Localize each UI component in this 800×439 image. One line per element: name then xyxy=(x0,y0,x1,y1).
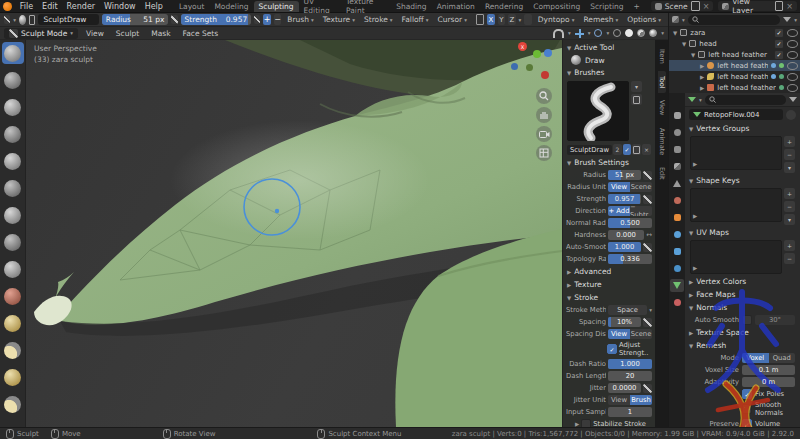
menu-file[interactable]: File xyxy=(16,2,37,11)
brush-menu[interactable]: Brush▾ xyxy=(284,15,316,24)
add-shape-key-button[interactable]: + xyxy=(784,188,795,199)
axis-negy-gizmo[interactable] xyxy=(526,64,533,71)
normal-radius-field[interactable]: 0.500 xyxy=(608,218,652,228)
collection-checkbox[interactable]: ✓ xyxy=(774,39,784,49)
face-maps-header[interactable]: ▶Face Maps xyxy=(685,288,800,301)
dash-ratio-field[interactable]: 1.000 xyxy=(608,359,652,369)
radius-field[interactable]: 51 px xyxy=(608,170,641,180)
menu-edit[interactable]: Edit xyxy=(38,2,62,11)
tab-scene[interactable] xyxy=(670,177,684,190)
workspace-add-button[interactable]: + xyxy=(629,1,645,12)
shading-solid-icon[interactable] xyxy=(625,29,633,37)
vertex-groups-list[interactable]: ▶ xyxy=(690,136,782,170)
brush-preview-image[interactable] xyxy=(567,81,629,141)
menu-window[interactable]: Window xyxy=(100,2,140,11)
smooth-normals-checkbox[interactable] xyxy=(742,404,752,414)
shading-wireframe-icon[interactable] xyxy=(613,29,621,37)
mesh-datablock-field[interactable]: RetopoFlow.004 xyxy=(689,109,783,120)
new-scene-icon[interactable] xyxy=(691,1,700,11)
outliner-row-feather-collection[interactable]: ▼ left head feather ✓ xyxy=(669,49,800,60)
outliner-type-icon[interactable] xyxy=(672,16,679,23)
strength-slider[interactable]: Strength 0.957 xyxy=(181,14,252,25)
properties-search-input[interactable] xyxy=(705,95,786,105)
outliner-row-feather-hook[interactable]: ▶ left head feather hook xyxy=(669,82,800,93)
axis-z-gizmo[interactable] xyxy=(544,49,552,57)
stroke-header[interactable]: ▼Stroke xyxy=(563,291,655,304)
gizmo-icon[interactable] xyxy=(575,29,584,38)
curve-data-icon[interactable] xyxy=(779,74,784,79)
falloff-menu[interactable]: Falloff▾ xyxy=(399,15,432,24)
tab-object[interactable] xyxy=(670,211,684,224)
tool-clay-strips-button[interactable] xyxy=(2,123,24,145)
voxel-size-field[interactable]: 0.1 m xyxy=(742,365,795,375)
normals-header[interactable]: ▼Normals xyxy=(685,301,800,314)
uv-maps-header[interactable]: ▼UV Maps xyxy=(685,226,800,239)
tab-item[interactable]: Item xyxy=(658,44,666,69)
remove-shape-key-button[interactable]: − xyxy=(784,201,795,212)
texture-header[interactable]: ▶Texture xyxy=(563,278,655,291)
strength-pressure-icon[interactable] xyxy=(254,15,260,24)
scene-selector[interactable]: Scene × xyxy=(651,1,714,11)
adjust-strength-checkbox[interactable]: ✓ xyxy=(607,344,617,354)
vertex-colors-header[interactable]: ▶Vertex Colors xyxy=(685,275,800,288)
stroke-method-dropdown[interactable]: Space xyxy=(608,305,647,315)
hide-icon[interactable] xyxy=(787,29,798,37)
brush-icon-toggle[interactable] xyxy=(631,94,642,105)
tool-fill-button[interactable] xyxy=(2,312,24,334)
collection-checkbox[interactable]: ✓ xyxy=(774,28,784,38)
modifier-icon[interactable] xyxy=(771,63,776,68)
tool-inflate-button[interactable] xyxy=(2,177,24,199)
menu-help[interactable]: Help xyxy=(141,2,167,11)
spacing-field[interactable]: 10% xyxy=(608,317,641,327)
active-tool-row[interactable]: Draw xyxy=(563,54,655,66)
dash-length-field[interactable]: 20 xyxy=(608,371,652,381)
radius-pressure-icon[interactable] xyxy=(171,15,177,24)
viewport-canvas[interactable]: User Perspective (33) zara sculpt X xyxy=(0,40,668,427)
overlays-icon[interactable] xyxy=(594,29,602,37)
axis-x-gizmo[interactable]: X xyxy=(518,42,527,51)
duplicate-brush-icon[interactable] xyxy=(632,144,641,155)
strength-field[interactable]: 0.957 xyxy=(608,194,641,204)
shape-keys-list[interactable]: ▶ xyxy=(690,188,782,222)
mode-selector[interactable]: Sculpt Mode ▾ xyxy=(4,28,78,39)
tab-edit[interactable]: Edit xyxy=(658,162,666,185)
topology-rake-field[interactable]: 0.336 xyxy=(608,254,652,264)
input-samples-field[interactable]: 1 xyxy=(608,407,652,417)
properties-filter-icon[interactable] xyxy=(789,97,797,102)
workspace-tab-scripting[interactable]: Scripting xyxy=(585,1,628,12)
pan-view-button[interactable] xyxy=(536,107,552,123)
shape-key-specials-button[interactable]: ▾ xyxy=(784,214,795,225)
new-brush-icon[interactable] xyxy=(29,15,36,25)
mirror-y-button[interactable]: Y xyxy=(498,14,505,25)
sculpt-menu[interactable]: Sculpt xyxy=(112,29,143,38)
view-layer-selector[interactable]: View Layer × xyxy=(718,1,797,11)
tab-tool[interactable] xyxy=(670,109,684,122)
fix-poles-checkbox[interactable]: ✓ xyxy=(742,389,752,399)
new-view-layer-icon[interactable] xyxy=(775,1,784,11)
vertex-group-specials-button[interactable]: ▾ xyxy=(784,162,795,173)
strength-pressure-icon[interactable] xyxy=(643,195,652,204)
tab-view[interactable]: View xyxy=(658,95,666,120)
tab-output[interactable] xyxy=(670,143,684,156)
radius-pressure-icon[interactable] xyxy=(643,171,652,180)
active-tool-header[interactable]: ▼Active Tool xyxy=(563,41,655,54)
auto-smooth-checkbox[interactable] xyxy=(742,315,752,325)
armature-data-icon[interactable] xyxy=(779,85,784,90)
outliner-row-feather-object[interactable]: ▶ left head feather xyxy=(669,60,800,71)
brush-name-field[interactable]: SculptDraw xyxy=(38,14,98,25)
remove-vertex-group-button[interactable]: − xyxy=(784,149,795,160)
tool-grab-button[interactable] xyxy=(2,393,24,415)
mesh-data-icon[interactable] xyxy=(779,63,784,68)
camera-view-button[interactable] xyxy=(536,126,552,142)
workspace-tab-sculpting[interactable]: Sculpting xyxy=(254,1,299,12)
workspace-tab-animation[interactable]: Animation xyxy=(432,1,480,12)
stabilize-stroke-checkbox[interactable] xyxy=(581,419,591,427)
hide-icon[interactable] xyxy=(787,62,798,70)
hardness-field[interactable]: 0.000 xyxy=(608,230,644,240)
unlink-scene-icon[interactable]: × xyxy=(703,2,710,11)
hide-icon[interactable] xyxy=(787,51,798,59)
add-uv-map-button[interactable]: + xyxy=(784,240,795,251)
tab-material[interactable] xyxy=(670,296,684,309)
tool-scrape-button[interactable] xyxy=(2,339,24,361)
jitter-field[interactable]: 0.0000 xyxy=(608,383,641,393)
